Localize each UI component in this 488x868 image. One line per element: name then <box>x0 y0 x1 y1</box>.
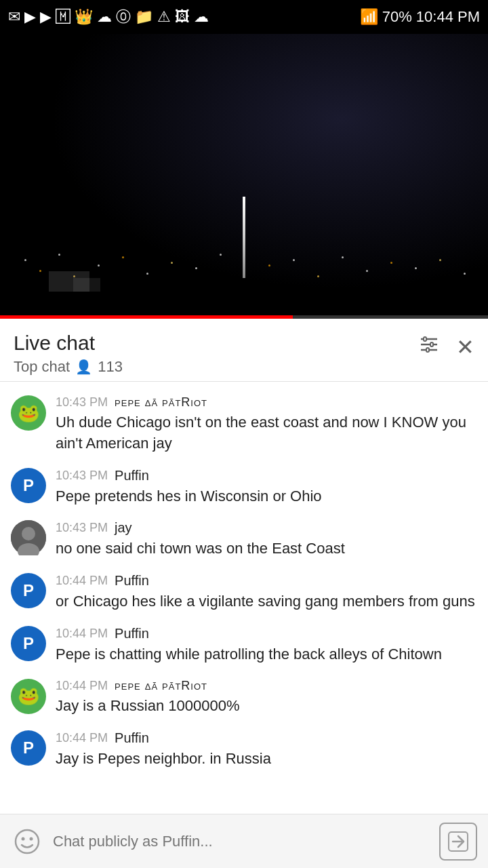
viewers-icon: 👤 <box>75 359 92 375</box>
circle-icon: ⓪ <box>116 7 131 27</box>
message-author: Puffin <box>115 468 149 484</box>
svg-point-9 <box>16 830 39 853</box>
message-author: Puffin <box>115 626 149 642</box>
message-time: 10:44 PM <box>56 679 108 693</box>
chat-header-right: ✕ <box>418 331 474 360</box>
chat-subtitle: Top chat 👤 113 <box>14 358 123 376</box>
message-text: Jay is a Russian 1000000% <box>56 696 477 717</box>
svg-point-11 <box>30 837 33 840</box>
video-progress-fill <box>0 315 293 319</box>
message-text: Pepe pretends hes in Wisconsin or Ohio <box>56 486 477 507</box>
svg-rect-5 <box>426 348 429 352</box>
chat-message: P 10:44 PM Puffin Pepe is chatting while… <box>0 619 488 672</box>
youtube-icon: ▶ <box>24 8 36 26</box>
message-author: ρεpε δã pãtRιot <box>115 679 207 693</box>
message-time: 10:43 PM <box>56 395 108 410</box>
chat-message: 🐸 10:43 PM ρεpε δã pãtRιot Uh dude Chica… <box>0 389 488 461</box>
avatar: P <box>11 626 46 661</box>
notification-icon: ✉ <box>8 8 20 26</box>
message-content: 10:44 PM Puffin Jay is Pepes neighbor. i… <box>56 730 477 770</box>
message-meta: 10:43 PM jay <box>56 520 477 536</box>
avatar: P <box>11 730 46 766</box>
emoji-button[interactable] <box>11 825 43 858</box>
message-meta: 10:43 PM ρεpε δã pãtRιot <box>56 395 477 410</box>
mastodon-icon: 🄼 <box>56 8 70 26</box>
message-content: 10:44 PM ρεpε δã pãtRιot Jay is a Russia… <box>56 679 477 717</box>
close-icon[interactable]: ✕ <box>456 334 474 360</box>
avatar: 🐸 <box>11 395 46 431</box>
time-display: 10:44 PM <box>416 8 480 26</box>
message-author: Puffin <box>115 573 149 589</box>
avatar: 🐸 <box>11 679 46 714</box>
message-time: 10:44 PM <box>56 731 108 745</box>
video-landmark <box>243 197 245 278</box>
chat-message: 10:43 PM jay no one said chi town was on… <box>0 513 488 566</box>
message-time: 10:44 PM <box>56 574 108 588</box>
viewer-count: 113 <box>98 358 123 376</box>
message-author: ρεpε δã pãtRιot <box>115 395 207 410</box>
chat-header: Live chat Top chat 👤 113 ✕ <box>0 319 488 382</box>
send-button[interactable] <box>439 823 477 861</box>
chat-title: Live chat <box>14 331 123 355</box>
svg-point-10 <box>22 837 25 840</box>
chat-input-bar <box>0 814 488 868</box>
chat-panel: Live chat Top chat 👤 113 ✕ <box>0 319 488 837</box>
message-meta: 10:44 PM Puffin <box>56 626 477 642</box>
image-icon: 🖼 <box>175 8 190 26</box>
message-time: 10:43 PM <box>56 521 108 535</box>
chat-message: P 10:44 PM Puffin Jay is Pepes neighbor.… <box>0 724 488 776</box>
message-text: Pepe is chatting while patrolling the ba… <box>56 644 477 665</box>
chat-input[interactable] <box>53 825 430 858</box>
message-time: 10:44 PM <box>56 627 108 641</box>
message-content: 10:44 PM Puffin Pepe is chatting while p… <box>56 626 477 665</box>
crown-icon: 👑 <box>75 8 93 26</box>
status-icons-right: 📶 70% 10:44 PM <box>360 8 480 26</box>
warning-icon: ⚠ <box>157 8 171 26</box>
video-player[interactable] <box>0 34 488 319</box>
cloud-icon: ☁ <box>97 8 112 26</box>
message-content: 10:43 PM Puffin Pepe pretends hes in Wis… <box>56 468 477 507</box>
message-meta: 10:44 PM ρεpε δã pãtRιot <box>56 679 477 693</box>
filter-icon[interactable] <box>418 334 440 360</box>
chat-message: P 10:44 PM Puffin or Chicago hes like a … <box>0 566 488 619</box>
chat-message: P 10:43 PM Puffin Pepe pretends hes in W… <box>0 461 488 514</box>
message-text: Jay is Pepes neighbor. in Russia <box>56 749 477 770</box>
chat-message: 🐸 10:44 PM ρεpε δã pãtRιot Jay is a Russ… <box>0 672 488 724</box>
status-bar: ✉ ▶ ▶ 🄼 👑 ☁ ⓪ 📁 ⚠ 🖼 ☁ 📶 70% 10:44 PM <box>0 0 488 34</box>
video-progress-bar[interactable] <box>0 315 488 319</box>
battery-text: 70% <box>382 8 412 26</box>
youtube2-icon: ▶ <box>40 8 52 26</box>
message-content: 10:44 PM Puffin or Chicago hes like a vi… <box>56 573 477 612</box>
message-meta: 10:43 PM Puffin <box>56 468 477 484</box>
message-text: no one said chi town was on the East Coa… <box>56 538 477 559</box>
message-meta: 10:44 PM Puffin <box>56 730 477 746</box>
chat-header-left: Live chat Top chat 👤 113 <box>14 331 123 376</box>
wifi-icon: 📶 <box>360 8 378 26</box>
message-text: or Chicago hes like a vigilante saving g… <box>56 591 477 612</box>
message-content: 10:43 PM jay no one said chi town was on… <box>56 520 477 559</box>
top-chat-label[interactable]: Top chat <box>14 358 70 376</box>
avatar: P <box>11 573 46 608</box>
message-text: Uh dude Chicago isn't on the east coast … <box>56 412 477 454</box>
message-content: 10:43 PM ρεpε δã pãtRιot Uh dude Chicago… <box>56 395 477 454</box>
status-icons-left: ✉ ▶ ▶ 🄼 👑 ☁ ⓪ 📁 ⚠ 🖼 ☁ <box>8 7 209 27</box>
svg-rect-3 <box>424 337 426 341</box>
cloud2-icon: ☁ <box>194 8 209 26</box>
message-time: 10:43 PM <box>56 469 108 483</box>
message-author: Puffin <box>115 730 149 746</box>
chat-messages-list: 🐸 10:43 PM ρεpε δã pãtRιot Uh dude Chica… <box>0 382 488 837</box>
avatar <box>11 520 46 555</box>
message-author: jay <box>115 520 132 536</box>
avatar: P <box>11 468 46 503</box>
svg-rect-4 <box>430 342 433 347</box>
message-meta: 10:44 PM Puffin <box>56 573 477 589</box>
svg-point-7 <box>22 527 35 540</box>
folder-icon: 📁 <box>135 8 153 26</box>
